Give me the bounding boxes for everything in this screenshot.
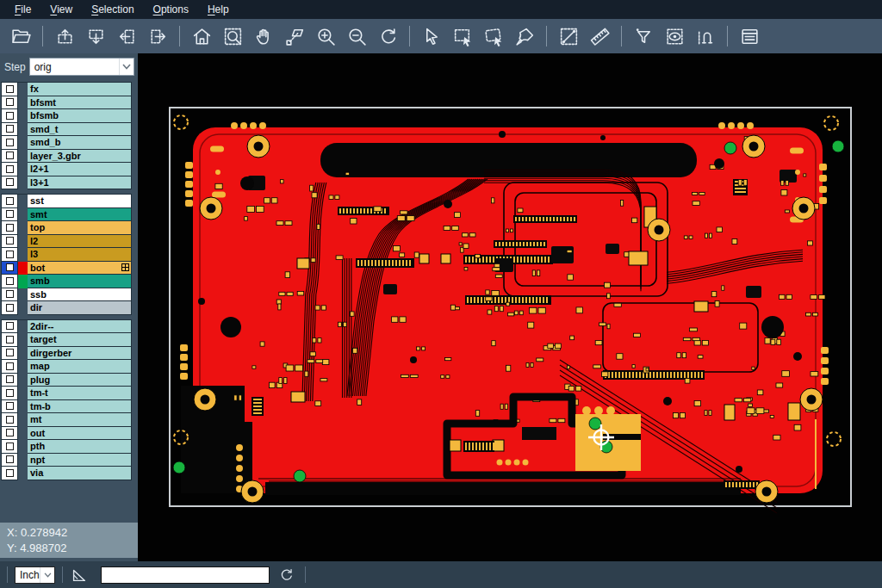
layer-row-bot[interactable]: bot [1,262,132,275]
shift-down-icon[interactable] [83,23,109,49]
zoom-previous-icon[interactable] [375,23,401,49]
layer-row-smd_b[interactable]: smd_b [1,136,132,150]
shift-left-icon[interactable] [114,23,140,49]
home-view-icon[interactable] [189,23,214,49]
zoom-out-icon[interactable] [344,23,370,49]
layer-checkbox[interactable] [1,235,18,249]
zoom-window-icon[interactable] [220,23,245,49]
command-input[interactable] [101,566,270,584]
layer-row-l3+1[interactable]: l3+1 [1,176,132,190]
menu-item-file[interactable]: File [5,1,40,18]
snap-magnet-icon[interactable] [693,23,718,49]
layer-row-l2[interactable]: l2 [1,235,132,249]
shift-right-icon[interactable] [145,23,171,49]
layer-row-tm-b[interactable]: tm-b [1,400,132,414]
layer-label: top [28,221,132,235]
layer-row-sst[interactable]: sst [1,195,132,208]
open-file-icon[interactable] [8,23,34,49]
shift-up-icon[interactable] [52,23,78,49]
layer-row-ssb[interactable]: ssb [1,288,132,302]
zoom-dynamic-icon[interactable] [282,23,307,49]
divider [305,566,306,583]
layer-row-mt[interactable]: mt [1,413,132,427]
layer-checkbox[interactable] [1,400,18,414]
layer-checkbox[interactable] [1,163,18,176]
log-panel-icon[interactable] [736,23,762,49]
unit-dropdown[interactable]: Inch [15,566,55,584]
menu-item-options[interactable]: Options [144,1,198,18]
layer-row-bfsmb[interactable]: bfsmb [1,109,132,123]
layer-checkbox[interactable] [1,96,18,110]
layer-label: dirgerber [28,347,132,361]
grid-icon[interactable] [121,263,129,271]
menu-item-selection[interactable]: Selection [82,1,143,18]
layer-checkbox[interactable] [1,360,18,374]
layer-row-npt[interactable]: npt [1,454,132,467]
select-arrow-icon[interactable] [419,23,444,49]
layer-row-plug[interactable]: plug [1,374,132,387]
layer-row-l3[interactable]: l3 [1,248,132,262]
layer-checkbox[interactable] [1,83,18,96]
layer-row-dirgerber[interactable]: dirgerber [1,347,132,361]
zoom-in-icon[interactable] [313,23,339,49]
layer-checkbox[interactable] [1,195,18,208]
layer-checkbox[interactable] [1,413,18,427]
layer-checkbox[interactable] [1,427,18,441]
refresh-icon[interactable] [278,566,295,583]
layer-checkbox[interactable] [1,320,18,334]
layer-checkbox[interactable] [1,374,18,387]
layer-checkbox[interactable] [1,440,18,454]
menu-item-view[interactable]: View [40,1,82,18]
filter-funnel-icon[interactable] [630,23,656,49]
layer-row-target[interactable]: target [1,333,132,347]
corner-measure-icon[interactable] [70,566,89,585]
layer-checkbox[interactable] [1,454,18,467]
layer-checkbox[interactable] [1,262,18,275]
layer-row-l2+1[interactable]: l2+1 [1,163,132,176]
layer-row-out[interactable]: out [1,427,132,441]
layer-checkbox[interactable] [1,275,18,288]
layer-color-swatch [18,440,28,454]
checkbox-box [6,165,14,173]
checkbox-box [6,224,14,232]
layer-row-dir[interactable]: dir [1,301,132,315]
layer-row-layer_3.gbr[interactable]: layer_3.gbr [1,150,132,164]
layer-row-map[interactable]: map [1,360,132,374]
pan-hand-icon[interactable] [251,23,276,49]
pcb-canvas[interactable] [138,53,882,561]
layer-checkbox[interactable] [1,123,18,137]
layer-row-fx[interactable]: fx [1,83,132,96]
layer-row-smb[interactable]: smb [1,275,132,288]
layer-checkbox[interactable] [1,150,18,164]
layer-checkbox[interactable] [1,248,18,262]
layer-row-2dir--[interactable]: 2dir-- [1,320,132,334]
step-dropdown[interactable]: orig [29,58,134,76]
layer-sidebar: Step orig fxbfsmtbfsmbsmd_tsmd_blayer_3.… [0,53,138,561]
layer-row-top[interactable]: top [1,221,132,235]
view-eye-icon[interactable] [662,23,687,49]
select-window-icon[interactable] [450,23,475,49]
layer-row-tm-t[interactable]: tm-t [1,387,132,400]
layer-checkbox[interactable] [1,301,18,315]
layer-checkbox[interactable] [1,333,18,347]
layer-checkbox[interactable] [1,176,18,190]
select-group-icon[interactable] [481,23,506,49]
layer-row-smt[interactable]: smt [1,208,132,222]
measure-line-icon[interactable] [556,23,581,49]
wipe-brush-icon[interactable] [512,23,537,49]
layer-checkbox[interactable] [1,288,18,302]
ruler-icon[interactable] [587,23,612,49]
layer-checkbox[interactable] [1,467,18,480]
menu-item-help[interactable]: Help [198,1,239,18]
layer-row-pth[interactable]: pth [1,440,132,454]
layer-row-via[interactable]: via [1,467,132,480]
layer-checkbox[interactable] [1,208,18,222]
layer-checkbox[interactable] [1,387,18,400]
layer-checkbox[interactable] [1,221,18,235]
layer-checkbox[interactable] [1,109,18,123]
layer-checkbox[interactable] [1,347,18,361]
layer-color-swatch [18,96,28,110]
layer-row-smd_t[interactable]: smd_t [1,123,132,137]
layer-checkbox[interactable] [1,136,18,150]
layer-row-bfsmt[interactable]: bfsmt [1,96,132,110]
